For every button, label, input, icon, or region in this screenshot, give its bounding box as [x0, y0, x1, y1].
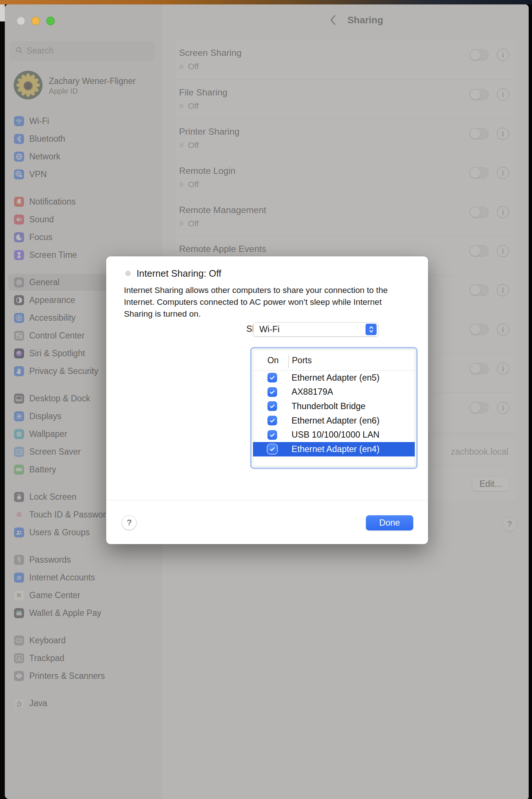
dialog-help-button[interactable]: ?: [122, 515, 137, 530]
dialog-description-line: Internet Sharing allows other computers …: [124, 284, 388, 296]
checkbox-checked-icon[interactable]: [267, 416, 277, 425]
share-from-value: Wi-Fi: [253, 324, 280, 334]
ports-table-focus-ring: On Ports Ethernet Adapter (en5)AX88179AT…: [250, 347, 418, 469]
desktop-left-highlight: [0, 4, 5, 21]
checkbox-checked-icon[interactable]: [267, 387, 277, 397]
done-button[interactable]: Done: [366, 515, 413, 530]
port-label: Thunderbolt Bridge: [292, 401, 366, 411]
desktop-left-edge: [0, 4, 5, 799]
dialog-divider: [106, 500, 428, 500]
port-row-usb-10-100-1000-lan[interactable]: USB 10/100/1000 LAN: [253, 428, 415, 442]
checkbox-checked-icon[interactable]: [267, 401, 277, 411]
popup-chevrons-icon: [366, 324, 377, 335]
column-header-on: On: [265, 355, 281, 365]
desktop-wallpaper-strip: [0, 0, 532, 4]
port-label: Ethernet Adapter (en5): [292, 373, 380, 383]
zoom-button[interactable]: [46, 17, 55, 25]
port-row-ax88179a[interactable]: AX88179A: [253, 385, 415, 400]
port-row-thunderbolt-bridge[interactable]: Thunderbolt Bridge: [253, 399, 415, 414]
minimize-button[interactable]: [31, 17, 40, 25]
screenshot-root: Zachary Wener-Fligner Apple ID Wi-FiBlue…: [0, 0, 532, 799]
port-label: USB 10/100/1000 LAN: [292, 430, 380, 440]
internet-sharing-dialog: Internet Sharing: Off Internet Sharing a…: [106, 256, 428, 544]
checkbox-checked-icon[interactable]: [267, 444, 277, 454]
dialog-description-line: Sharing is turned on.: [124, 308, 388, 320]
column-divider: [288, 355, 289, 368]
port-row-ethernet-adapter-en6[interactable]: Ethernet Adapter (en6): [253, 414, 415, 428]
port-label: Ethernet Adapter (en6): [292, 416, 380, 426]
checkbox-checked-icon[interactable]: [267, 430, 277, 440]
share-from-popup[interactable]: Wi-Fi: [253, 322, 378, 337]
port-label: Ethernet Adapter (en4): [292, 444, 380, 454]
close-button[interactable]: [17, 17, 25, 25]
port-label: AX88179A: [292, 387, 333, 397]
port-row-ethernet-adapter-en5[interactable]: Ethernet Adapter (en5): [253, 371, 415, 385]
port-row-ethernet-adapter-en4[interactable]: Ethernet Adapter (en4): [253, 442, 415, 456]
dialog-description-line: Internet. Computers connected to AC powe…: [124, 296, 388, 308]
traffic-lights: [17, 17, 55, 25]
checkbox-checked-icon[interactable]: [267, 373, 277, 382]
ports-table-header: On Ports: [253, 350, 415, 371]
dialog-title: Internet Sharing: Off: [137, 267, 221, 279]
ports-table: On Ports Ethernet Adapter (en5)AX88179AT…: [253, 350, 415, 466]
status-indicator-dot: [125, 271, 131, 276]
dialog-description: Internet Sharing allows other computers …: [124, 284, 388, 320]
column-header-ports: Ports: [292, 355, 312, 365]
